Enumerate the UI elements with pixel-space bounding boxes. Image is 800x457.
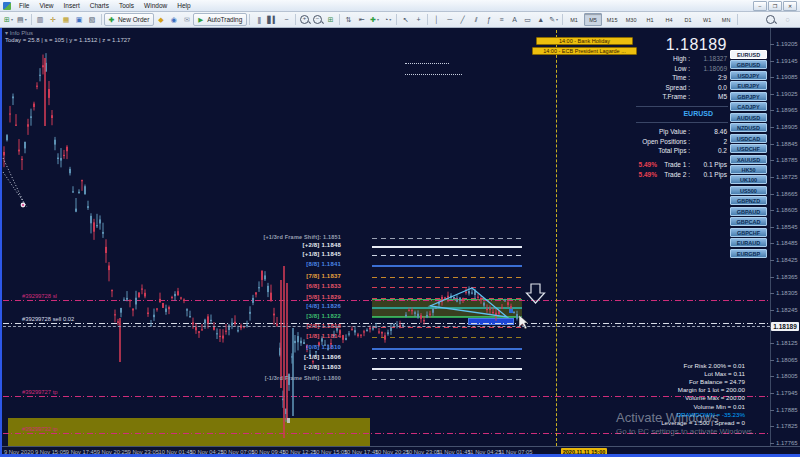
arrow-tool[interactable]: ▲ bbox=[534, 13, 547, 26]
symbol-button-nzdusd[interactable]: NZDUSD bbox=[730, 123, 767, 132]
price-tick-mark bbox=[770, 177, 774, 178]
crosshair-tool[interactable]: + bbox=[412, 13, 425, 26]
symbol-button-eurusd[interactable]: EURUSD bbox=[730, 50, 767, 59]
zoom-out-button[interactable]: − bbox=[311, 13, 324, 26]
bar-chart-button[interactable]: ||| bbox=[252, 13, 265, 26]
symbol-button-usdchf[interactable]: USDCHF bbox=[730, 144, 767, 153]
symbol-button-gbpcad[interactable]: GBPCAD bbox=[730, 217, 767, 226]
risk-line: Lot Max = 0.11 bbox=[704, 370, 745, 377]
menu-view[interactable]: View bbox=[34, 1, 58, 10]
timeframe-d1[interactable]: D1 bbox=[679, 13, 697, 26]
horizontal-line-tool[interactable]: ─ bbox=[443, 13, 456, 26]
candlestick-chart-button[interactable]: ▋▍ bbox=[265, 13, 280, 26]
new-chart-button[interactable]: ⊞▾ bbox=[2, 13, 15, 26]
info-label: Total Pips : bbox=[658, 147, 690, 154]
symbol-button-usdjpy[interactable]: USDJPY bbox=[730, 71, 767, 80]
terminal-button[interactable]: ▣ bbox=[73, 13, 86, 26]
data-window-button[interactable]: ✛ bbox=[47, 13, 60, 26]
symbol-button-us500[interactable]: US500 bbox=[730, 186, 767, 195]
menu-help[interactable]: Help bbox=[172, 1, 195, 10]
toolbar-separator bbox=[396, 14, 397, 25]
indicator-list-icon[interactable]: ◆ bbox=[154, 13, 167, 26]
timeframe-h4[interactable]: H4 bbox=[660, 13, 678, 26]
toolbar-separator bbox=[737, 14, 738, 25]
channel-tool[interactable]: // bbox=[469, 13, 482, 26]
price-tick-label: 1.18425 bbox=[776, 257, 798, 263]
timeframe-h1[interactable]: H1 bbox=[641, 13, 659, 26]
more-objects-button[interactable]: ✎▾ bbox=[547, 13, 560, 26]
new-order-button[interactable]: ✚ New Order bbox=[104, 13, 155, 26]
symbol-button-hk50[interactable]: HK50 bbox=[730, 165, 767, 174]
auto-arrange-button[interactable]: ⇅ bbox=[342, 13, 355, 26]
symbol-button-gbpjpy[interactable]: GBPJPY bbox=[730, 92, 767, 101]
symbol-button-eurjpy[interactable]: EURJPY bbox=[730, 81, 767, 90]
menu-insert[interactable]: Insert bbox=[58, 1, 84, 10]
chart-left-border bbox=[0, 28, 2, 454]
window-controls: –❐✕ bbox=[753, 1, 797, 11]
symbol-button-eurgbp[interactable]: EURGBP bbox=[730, 249, 767, 258]
fibonacci-tool[interactable]: ƒ bbox=[482, 13, 495, 26]
search-icon[interactable] bbox=[764, 13, 777, 26]
menu-window[interactable]: Window bbox=[139, 1, 172, 10]
profiles-button[interactable]: ▤▾ bbox=[15, 13, 29, 26]
timeframe-m30[interactable]: M30 bbox=[622, 13, 640, 26]
timeframe-m5[interactable]: M5 bbox=[584, 13, 602, 26]
line-chart-button[interactable]: ~ bbox=[280, 13, 293, 26]
symbol-button-gbpchf[interactable]: GBPCHF bbox=[730, 228, 767, 237]
mailbox-icon[interactable]: ✉ bbox=[180, 13, 193, 26]
price-tick-mark bbox=[770, 194, 774, 195]
help-chat-icon[interactable]: ◌ bbox=[781, 13, 794, 26]
toolbar-separator bbox=[339, 14, 340, 25]
timeframe-m15[interactable]: M15 bbox=[603, 13, 621, 26]
price-tick-mark bbox=[770, 426, 774, 427]
chart-shift-button[interactable]: ⇤ bbox=[355, 13, 368, 26]
price-tick-label: 1.18005 bbox=[776, 373, 798, 379]
add-indicator-button[interactable]: ✚▾ bbox=[368, 13, 381, 26]
menu-file[interactable]: File bbox=[14, 1, 34, 10]
minimize-button[interactable]: – bbox=[753, 1, 767, 11]
timeframe-w1[interactable]: W1 bbox=[698, 13, 716, 26]
navigator-button[interactable]: ▦ bbox=[60, 13, 73, 26]
label-tool[interactable]: ▭ bbox=[521, 13, 534, 26]
info-label: Time : bbox=[672, 74, 690, 81]
tile-windows-button[interactable]: ⊞ bbox=[324, 13, 337, 26]
symbol-button-gbpaud[interactable]: GBPAUD bbox=[730, 207, 767, 216]
symbol-button-cadjpy[interactable]: CADJPY bbox=[730, 102, 767, 111]
main-toolbar: ⊞▾ ▤▾ ▥ ✛ ▦ ▣ ▧ ✚ New Order ◆ ◉ ✉ ▶ Auto… bbox=[0, 12, 800, 28]
symbol-button-euraud[interactable]: EURAUD bbox=[730, 238, 767, 247]
market-watch-button[interactable]: ▥ bbox=[34, 13, 47, 26]
murrey-level-label: [4/8] 1.1826 bbox=[306, 303, 341, 309]
symbol-button-audusd[interactable]: AUDUSD bbox=[730, 113, 767, 122]
restore-button[interactable]: ❐ bbox=[768, 1, 782, 11]
price-tick-label: 1.18125 bbox=[776, 340, 798, 346]
symbol-button-gbpnzd[interactable]: GBPNZD bbox=[730, 196, 767, 205]
info-label: Open Positions : bbox=[642, 138, 690, 145]
cursor-tool[interactable]: ↖ bbox=[399, 13, 412, 26]
shapes-tool[interactable]: ≡ bbox=[495, 13, 508, 26]
alerts-icon[interactable]: ◉ bbox=[167, 13, 180, 26]
text-tool[interactable]: A bbox=[508, 13, 521, 26]
timeframe-mn[interactable]: MN bbox=[717, 13, 735, 26]
periods-button[interactable]: ◔▾ bbox=[381, 13, 394, 26]
trendline-tool[interactable]: ╱ bbox=[456, 13, 469, 26]
toolbar-separator bbox=[31, 14, 32, 25]
indicator-status-line: Today = 25.8 | s = 105 | y = 1.1512 | z … bbox=[5, 37, 130, 43]
symbol-button-xauusd[interactable]: XAUUSD bbox=[730, 155, 767, 164]
chart-area[interactable]: #39299728 sl#39299728 sell 0.02#39299727… bbox=[0, 28, 800, 457]
timeframe-m1[interactable]: M1 bbox=[565, 13, 583, 26]
price-tick-label: 1.19145 bbox=[776, 58, 798, 64]
vertical-line-tool[interactable]: │ bbox=[430, 13, 443, 26]
info-value: 0.0 bbox=[718, 84, 727, 91]
symbol-button-gbpusd[interactable]: GBPUSD bbox=[730, 60, 767, 69]
zoom-in-button[interactable]: + bbox=[298, 13, 311, 26]
menu-tools[interactable]: Tools bbox=[114, 1, 139, 10]
price-tick-label: 1.19025 bbox=[776, 91, 798, 97]
autotrading-button[interactable]: ▶ AutoTrading bbox=[193, 13, 247, 26]
panel-divider bbox=[636, 122, 728, 123]
symbol-button-uk100[interactable]: UK100 bbox=[730, 175, 767, 184]
symbol-button-usdcad[interactable]: USDCAD bbox=[730, 134, 767, 143]
close-button[interactable]: ✕ bbox=[783, 1, 797, 11]
strategy-tester-button[interactable]: ▧ bbox=[86, 13, 99, 26]
menu-charts[interactable]: Charts bbox=[85, 1, 114, 10]
price-tick-label: 1.18965 bbox=[776, 107, 798, 113]
